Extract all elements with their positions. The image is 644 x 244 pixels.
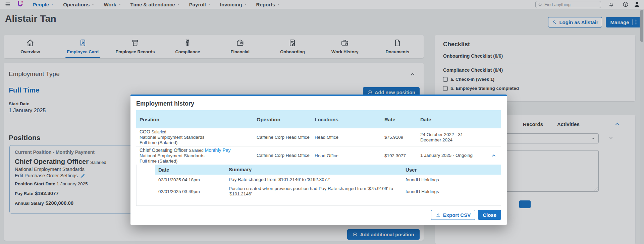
subtable-header-row: Date Summary User [155, 165, 501, 175]
row-position-name: Chief Operating Officer [140, 147, 187, 153]
subrow-summary: Position created when previous position … [226, 186, 402, 197]
col-operation: Operation [253, 117, 311, 122]
row-rate: $75.9109 [381, 135, 417, 140]
row-position-award: National Employment Standards [140, 135, 253, 140]
row-collapse-chevron-up-icon[interactable] [486, 153, 501, 158]
monthly-pay-link[interactable]: Monthly Pay [205, 147, 230, 153]
row-rate: $192.3077 [381, 153, 417, 158]
subtable-row: 02/01/2025 03:49pm Position created when… [155, 185, 501, 198]
row-location: Head Office [311, 135, 381, 140]
row-position-tag: Salaried [152, 130, 166, 134]
row-position-award: National Employment Standards [140, 153, 253, 159]
subrow-user: foundU Holdings [402, 189, 501, 194]
col-date: Date [417, 117, 486, 122]
subrow-date: 02/01/2025 04:18pm [155, 177, 226, 182]
employment-history-modal: Employment history Position Operation Lo… [130, 95, 507, 225]
table-header-row: Position Operation Locations Rate Date [136, 110, 501, 128]
subcol-date: Date [155, 167, 226, 173]
history-subtable: Date Summary User 02/01/2025 04:18pm Pay… [155, 165, 501, 205]
row-date: 1 January 2025 - Ongoing [417, 153, 486, 158]
row-location: Head Office [311, 153, 381, 158]
row-operation: Caffeine Corp Head Office [253, 153, 311, 158]
col-position: Position [136, 117, 253, 122]
row-position-type: Full time (Salaried) [140, 159, 253, 164]
row-history-expansion: Date Summary User 02/01/2025 04:18pm Pay… [136, 165, 501, 206]
row-position-type: Full time (Salaried) [140, 140, 253, 145]
row-operation: Caffeine Corp Head Office [253, 135, 311, 140]
row-position-name: COO [140, 129, 150, 134]
close-label: Close [483, 212, 496, 218]
subrow-summary: Pay Rate changed from '$101.2146' to '$1… [226, 177, 402, 182]
employment-history-table: Position Operation Locations Rate Date C… [136, 110, 501, 206]
subrow-date: 02/01/2025 03:49pm [155, 189, 226, 194]
subcol-summary: Summary [226, 167, 402, 172]
table-row: Chief Operating Officer Salaried Monthly… [136, 146, 501, 165]
subtable-row: 02/01/2025 04:18pm Pay Rate changed from… [155, 175, 501, 185]
subrow-user: foundU Holdings [402, 177, 501, 182]
download-icon [436, 212, 441, 218]
close-button[interactable]: Close [478, 210, 501, 220]
col-locations: Locations [311, 117, 381, 122]
expansion-spacer [137, 165, 155, 205]
table-row: COO Salaried National Employment Standar… [136, 128, 501, 146]
row-date: 24 October 2022 - 31 December 2024 [417, 132, 486, 143]
modal-title: Employment history [136, 100, 501, 107]
row-position-tag: Salaried [189, 148, 204, 153]
col-rate: Rate [381, 117, 417, 122]
subcol-user: User [402, 167, 501, 173]
export-csv-label: Export CSV [443, 212, 471, 218]
export-csv-button[interactable]: Export CSV [431, 210, 476, 220]
